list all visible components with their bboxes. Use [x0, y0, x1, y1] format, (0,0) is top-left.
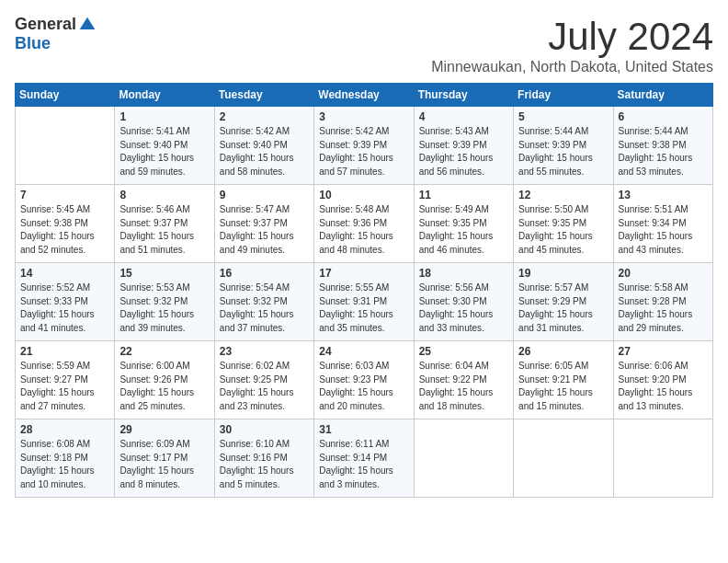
- calendar-cell: 21Sunrise: 5:59 AM Sunset: 9:27 PM Dayli…: [16, 341, 115, 419]
- calendar-cell: 30Sunrise: 6:10 AM Sunset: 9:16 PM Dayli…: [214, 419, 313, 498]
- day-number: 6: [619, 110, 708, 123]
- calendar-cell: 24Sunrise: 6:03 AM Sunset: 9:23 PM Dayli…: [314, 341, 414, 419]
- logo-blue-text: Blue: [15, 34, 51, 53]
- day-info: Sunrise: 5:58 AM Sunset: 9:28 PM Dayligh…: [619, 282, 708, 335]
- day-info: Sunrise: 5:54 AM Sunset: 9:32 PM Dayligh…: [220, 282, 309, 335]
- day-number: 12: [518, 189, 608, 201]
- logo-icon: [78, 16, 97, 34]
- page-header: General Blue July 2024 Minnewaukan, Nort…: [15, 15, 713, 75]
- day-number: 7: [20, 189, 109, 201]
- calendar-cell: 7Sunrise: 5:45 AM Sunset: 9:38 PM Daylig…: [16, 185, 115, 263]
- day-number: 15: [119, 267, 209, 280]
- day-number: 4: [419, 110, 508, 123]
- day-info: Sunrise: 5:59 AM Sunset: 9:27 PM Dayligh…: [20, 360, 109, 413]
- day-info: Sunrise: 6:09 AM Sunset: 9:17 PM Dayligh…: [119, 438, 209, 491]
- calendar-week-row: 21Sunrise: 5:59 AM Sunset: 9:27 PM Dayli…: [16, 341, 713, 419]
- calendar-cell: 18Sunrise: 5:56 AM Sunset: 9:30 PM Dayli…: [414, 263, 513, 341]
- month-title: July 2024: [431, 15, 713, 59]
- day-number: 5: [518, 110, 608, 123]
- day-info: Sunrise: 6:03 AM Sunset: 9:23 PM Dayligh…: [319, 360, 408, 413]
- day-number: 13: [619, 189, 708, 201]
- calendar-header-saturday: Saturday: [613, 84, 712, 107]
- day-number: 18: [419, 267, 508, 280]
- day-number: 17: [319, 267, 408, 280]
- calendar-cell: 16Sunrise: 5:54 AM Sunset: 9:32 PM Dayli…: [214, 263, 313, 341]
- calendar-header-sunday: Sunday: [16, 84, 115, 107]
- day-info: Sunrise: 5:50 AM Sunset: 9:35 PM Dayligh…: [518, 203, 608, 257]
- day-number: 26: [518, 345, 608, 358]
- calendar-header-monday: Monday: [115, 84, 214, 107]
- day-number: 10: [319, 189, 408, 201]
- calendar-cell: 10Sunrise: 5:48 AM Sunset: 9:36 PM Dayli…: [314, 185, 414, 263]
- location-title: Minnewaukan, North Dakota, United States: [431, 59, 713, 75]
- day-info: Sunrise: 5:43 AM Sunset: 9:39 PM Dayligh…: [419, 125, 508, 178]
- calendar-cell: 3Sunrise: 5:42 AM Sunset: 9:39 PM Daylig…: [314, 107, 414, 185]
- day-number: 1: [119, 110, 209, 123]
- day-info: Sunrise: 5:44 AM Sunset: 9:38 PM Dayligh…: [619, 125, 708, 178]
- day-info: Sunrise: 6:02 AM Sunset: 9:25 PM Dayligh…: [220, 360, 309, 413]
- day-info: Sunrise: 5:42 AM Sunset: 9:40 PM Dayligh…: [220, 125, 309, 178]
- day-number: 28: [20, 423, 109, 436]
- day-info: Sunrise: 5:42 AM Sunset: 9:39 PM Dayligh…: [319, 125, 408, 178]
- calendar-cell: 19Sunrise: 5:57 AM Sunset: 9:29 PM Dayli…: [514, 263, 613, 341]
- day-info: Sunrise: 6:05 AM Sunset: 9:21 PM Dayligh…: [518, 360, 608, 413]
- calendar-cell: 27Sunrise: 6:06 AM Sunset: 9:20 PM Dayli…: [613, 341, 712, 419]
- calendar-cell: 31Sunrise: 6:11 AM Sunset: 9:14 PM Dayli…: [314, 419, 414, 498]
- day-number: 3: [319, 110, 408, 123]
- calendar-cell: 12Sunrise: 5:50 AM Sunset: 9:35 PM Dayli…: [514, 185, 613, 263]
- calendar-cell: 20Sunrise: 5:58 AM Sunset: 9:28 PM Dayli…: [613, 263, 712, 341]
- calendar-cell: 23Sunrise: 6:02 AM Sunset: 9:25 PM Dayli…: [214, 341, 313, 419]
- day-number: 21: [20, 345, 109, 358]
- calendar-week-row: 7Sunrise: 5:45 AM Sunset: 9:38 PM Daylig…: [16, 185, 713, 263]
- calendar-cell: 15Sunrise: 5:53 AM Sunset: 9:32 PM Dayli…: [115, 263, 214, 341]
- calendar-cell: 8Sunrise: 5:46 AM Sunset: 9:37 PM Daylig…: [115, 185, 214, 263]
- day-number: 20: [619, 267, 708, 280]
- calendar-cell: 9Sunrise: 5:47 AM Sunset: 9:37 PM Daylig…: [214, 185, 313, 263]
- day-number: 31: [319, 423, 408, 436]
- calendar-cell: 17Sunrise: 5:55 AM Sunset: 9:31 PM Dayli…: [314, 263, 414, 341]
- calendar-cell: 2Sunrise: 5:42 AM Sunset: 9:40 PM Daylig…: [214, 107, 313, 185]
- calendar-week-row: 28Sunrise: 6:08 AM Sunset: 9:18 PM Dayli…: [16, 419, 713, 498]
- calendar-cell: [16, 107, 115, 185]
- calendar-cell: [414, 419, 513, 498]
- day-info: Sunrise: 5:53 AM Sunset: 9:32 PM Dayligh…: [119, 282, 209, 335]
- calendar-table: SundayMondayTuesdayWednesdayThursdayFrid…: [15, 83, 713, 498]
- logo-general-text: General: [15, 15, 76, 34]
- calendar-header-wednesday: Wednesday: [314, 84, 414, 107]
- day-number: 9: [220, 189, 309, 201]
- day-info: Sunrise: 6:08 AM Sunset: 9:18 PM Dayligh…: [20, 438, 109, 491]
- calendar-cell: [514, 419, 613, 498]
- day-info: Sunrise: 5:49 AM Sunset: 9:35 PM Dayligh…: [419, 203, 508, 257]
- calendar-header-row: SundayMondayTuesdayWednesdayThursdayFrid…: [16, 84, 713, 107]
- day-number: 25: [419, 345, 508, 358]
- calendar-cell: 13Sunrise: 5:51 AM Sunset: 9:34 PM Dayli…: [613, 185, 712, 263]
- day-info: Sunrise: 5:46 AM Sunset: 9:37 PM Dayligh…: [119, 203, 209, 257]
- day-info: Sunrise: 5:48 AM Sunset: 9:36 PM Dayligh…: [319, 203, 408, 257]
- calendar-week-row: 1Sunrise: 5:41 AM Sunset: 9:40 PM Daylig…: [16, 107, 713, 185]
- day-info: Sunrise: 6:11 AM Sunset: 9:14 PM Dayligh…: [319, 438, 408, 491]
- calendar-week-row: 14Sunrise: 5:52 AM Sunset: 9:33 PM Dayli…: [16, 263, 713, 341]
- calendar-cell: 11Sunrise: 5:49 AM Sunset: 9:35 PM Dayli…: [414, 185, 513, 263]
- calendar-cell: 5Sunrise: 5:44 AM Sunset: 9:39 PM Daylig…: [514, 107, 613, 185]
- svg-marker-0: [80, 17, 96, 29]
- day-info: Sunrise: 6:04 AM Sunset: 9:22 PM Dayligh…: [419, 360, 508, 413]
- day-info: Sunrise: 6:00 AM Sunset: 9:26 PM Dayligh…: [119, 360, 209, 413]
- calendar-header-thursday: Thursday: [414, 84, 513, 107]
- calendar-cell: 29Sunrise: 6:09 AM Sunset: 9:17 PM Dayli…: [115, 419, 214, 498]
- logo: General Blue: [15, 15, 97, 53]
- day-number: 16: [220, 267, 309, 280]
- day-info: Sunrise: 6:06 AM Sunset: 9:20 PM Dayligh…: [619, 360, 708, 413]
- calendar-cell: 4Sunrise: 5:43 AM Sunset: 9:39 PM Daylig…: [414, 107, 513, 185]
- day-info: Sunrise: 5:55 AM Sunset: 9:31 PM Dayligh…: [319, 282, 408, 335]
- title-block: July 2024 Minnewaukan, North Dakota, Uni…: [431, 15, 713, 75]
- day-number: 23: [220, 345, 309, 358]
- day-info: Sunrise: 6:10 AM Sunset: 9:16 PM Dayligh…: [220, 438, 309, 491]
- day-number: 19: [518, 267, 608, 280]
- day-info: Sunrise: 5:41 AM Sunset: 9:40 PM Dayligh…: [119, 125, 209, 178]
- calendar-body: 1Sunrise: 5:41 AM Sunset: 9:40 PM Daylig…: [16, 107, 713, 498]
- day-info: Sunrise: 5:45 AM Sunset: 9:38 PM Dayligh…: [20, 203, 109, 257]
- calendar-cell: 22Sunrise: 6:00 AM Sunset: 9:26 PM Dayli…: [115, 341, 214, 419]
- day-info: Sunrise: 5:56 AM Sunset: 9:30 PM Dayligh…: [419, 282, 508, 335]
- day-info: Sunrise: 5:57 AM Sunset: 9:29 PM Dayligh…: [518, 282, 608, 335]
- day-number: 14: [20, 267, 109, 280]
